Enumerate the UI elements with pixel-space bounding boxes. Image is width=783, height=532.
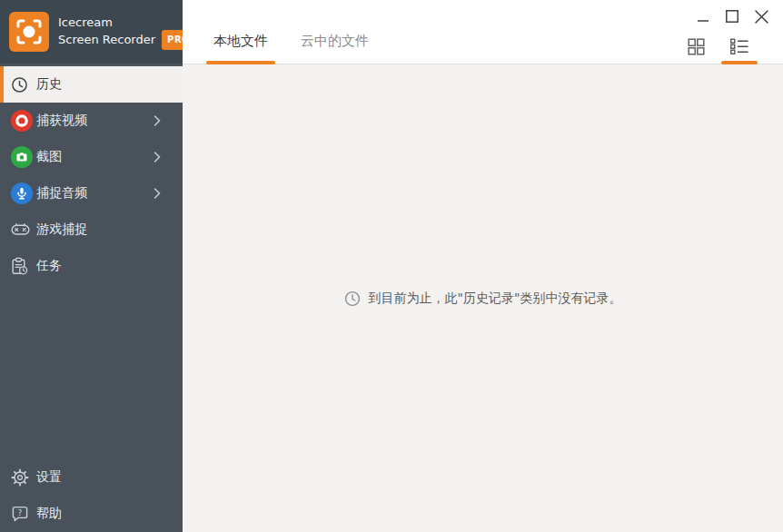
sidebar-item-history[interactable]: 历史 [0,66,183,103]
maximize-icon [725,9,739,24]
brand-line1: Icecream [58,15,195,30]
minimize-button[interactable] [689,4,718,29]
app-logo-icon [9,12,49,52]
sidebar-item-settings[interactable]: 设置 [0,459,183,496]
list-view-icon [729,37,749,55]
history-content: 到目前为止，此"历史记录"类别中没有记录。 [183,64,783,532]
camera-icon [11,146,36,168]
chevron-right-icon [154,152,161,163]
grid-view-icon [687,37,706,56]
sidebar-item-help[interactable]: ? 帮助 [0,496,183,532]
close-button[interactable] [747,4,776,29]
grid-view-button[interactable] [676,29,716,64]
clock-icon [344,291,361,307]
tab-local-files[interactable]: 本地文件 [206,27,275,64]
brand-line2: Screen Recorder [58,32,155,47]
main-panel: 本地文件 云中的文件 [183,0,783,532]
microphone-icon [11,182,36,204]
sidebar-item-label: 游戏捕捉 [36,222,161,238]
sidebar-item-tasks[interactable]: 任务 [0,248,183,284]
sidebar-item-label: 任务 [36,258,161,274]
sidebar-footer: 设置 ? 帮助 [0,459,183,532]
sidebar-item-label: 帮助 [36,506,161,522]
brand-text: Icecream Screen Recorder PRO [58,15,195,50]
sidebar-item-label: 截图 [36,149,154,165]
tasks-icon [11,257,36,275]
chevron-right-icon [154,115,161,126]
minimize-icon [696,7,710,25]
empty-state-message: 到目前为止，此"历史记录"类别中没有记录。 [369,291,622,307]
gamepad-icon [11,221,36,239]
record-icon [11,110,36,132]
sidebar-item-label: 设置 [36,469,161,486]
brand-header: Icecream Screen Recorder PRO [0,0,183,64]
file-tabs: 本地文件 云中的文件 [206,27,376,64]
chevron-right-icon [154,188,161,199]
empty-state: 到目前为止，此"历史记录"类别中没有记录。 [344,291,622,307]
close-icon [754,9,769,25]
list-view-button[interactable] [719,29,759,64]
help-icon: ? [11,505,36,523]
sidebar-item-label: 历史 [36,76,161,93]
tab-cloud-files[interactable]: 云中的文件 [293,27,376,64]
sidebar-item-capture-video[interactable]: 捕获视频 [0,103,183,139]
window-controls [689,4,776,29]
sidebar-item-label: 捕获视频 [36,113,154,129]
maximize-button[interactable] [718,4,747,29]
sidebar: Icecream Screen Recorder PRO 历史 [0,0,183,532]
sidebar-item-screenshot[interactable]: 截图 [0,139,183,175]
sidebar-item-game-capture[interactable]: 游戏捕捉 [0,212,183,248]
svg-text:?: ? [18,508,23,517]
topbar: 本地文件 云中的文件 [183,0,783,64]
clock-icon [11,76,36,94]
sidebar-item-capture-audio[interactable]: 捕捉音频 [0,175,183,212]
sidebar-menu: 历史 捕获视频 [0,64,183,284]
sidebar-spacer [0,284,183,459]
sidebar-item-label: 捕捉音频 [36,185,154,202]
gear-icon [11,468,36,487]
view-switcher [676,29,759,64]
app-window: Icecream Screen Recorder PRO 历史 [0,0,783,532]
